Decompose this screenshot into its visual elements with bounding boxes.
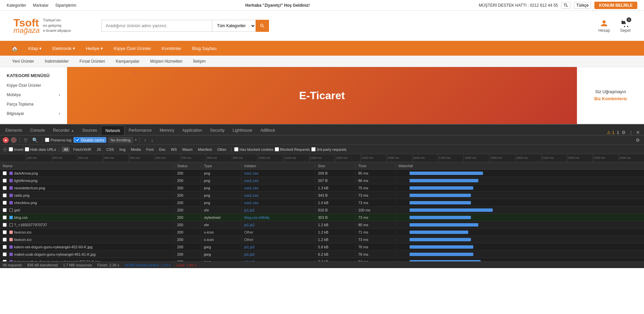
filter-ws[interactable]: WS: [169, 147, 179, 152]
third-party-input[interactable]: [311, 147, 316, 151]
subnav-kampanya[interactable]: Kampanyalar: [110, 56, 145, 67]
cell-initiator[interactable]: css1.css: [241, 201, 315, 205]
table-row[interactable]: favicon.ico 200 x-icon Other 1.2 kB 71 m…: [0, 229, 644, 236]
cat-mobilya[interactable]: Mobilya ›: [0, 90, 67, 100]
cat-bilgisayar[interactable]: Bilgisayar ›: [0, 109, 67, 118]
nav-home[interactable]: 🏠: [7, 41, 23, 56]
row-select-checkbox[interactable]: [3, 223, 7, 227]
disable-cache-input[interactable]: [75, 138, 80, 142]
clear-button[interactable]: 🚫: [11, 137, 17, 143]
col-waterfall[interactable]: Waterfall: [396, 164, 644, 168]
preserve-log-checkbox[interactable]: Preserve log: [45, 138, 71, 142]
preserve-log-input[interactable]: [45, 138, 49, 142]
cell-initiator[interactable]: css1.css: [241, 186, 315, 190]
filter-js[interactable]: JS: [95, 147, 103, 152]
filter-icon[interactable]: ▽: [22, 137, 29, 143]
filter-media[interactable]: Media: [129, 147, 143, 152]
cat-kisiyelozel[interactable]: Kişiye Özel Ürünler: [0, 81, 67, 90]
hide-data-urls-checkbox[interactable]: Hide data URLs: [25, 147, 56, 151]
settings-icon[interactable]: ⚙: [622, 130, 626, 135]
table-row[interactable]: darkArrow.png 200 png css1.css 209 B 85 …: [0, 170, 644, 177]
row-select-checkbox[interactable]: [3, 201, 7, 205]
account-icon-area[interactable]: Hesap: [598, 19, 610, 33]
row-select-checkbox[interactable]: [3, 171, 7, 175]
subnav-iletisim[interactable]: İletişim: [188, 56, 211, 67]
blocked-cookies-checkbox[interactable]: Has blocked cookies: [234, 147, 273, 151]
cell-initiator[interactable]: Other: [241, 230, 315, 234]
table-row[interactable]: newsletterIcon.png 200 png css1.css 1.3 …: [0, 184, 644, 192]
subnav-musteri[interactable]: Müşteri Hizmetleri: [145, 56, 188, 67]
import-icon[interactable]: ↑: [143, 137, 148, 143]
more-icon[interactable]: ⋮: [629, 130, 633, 135]
search-icon[interactable]: 🔍: [31, 137, 39, 143]
throttling-arrow[interactable]: ▾: [135, 138, 137, 142]
subnav-firsat[interactable]: Fırsat Ürünleri: [74, 56, 110, 67]
cell-initiator[interactable]: blog.css-Infinity: [241, 215, 315, 219]
network-table[interactable]: Name Status Type Initiator Size Time Wat…: [0, 162, 644, 261]
table-row[interactable]: blog.css 200 stylesheet blog.css-Infinit…: [0, 214, 644, 221]
col-type[interactable]: Type: [201, 164, 241, 168]
filter-other[interactable]: Other: [215, 147, 229, 152]
tab-recorder[interactable]: Recorder ▲: [49, 126, 78, 135]
subnav-yeni[interactable]: Yeni Ürünler: [7, 56, 40, 67]
tab-application[interactable]: Application: [178, 126, 206, 135]
tab-network[interactable]: Network: [101, 126, 124, 135]
tab-security[interactable]: Security: [206, 126, 228, 135]
throttling-selector[interactable]: No throttling: [108, 137, 133, 143]
tab-elements[interactable]: Elements: [1, 126, 26, 135]
filter-doc[interactable]: Doc: [157, 147, 168, 152]
siparislerim-link[interactable]: Siparişlerim: [55, 3, 76, 8]
row-select-checkbox[interactable]: [3, 245, 7, 249]
table-row[interactable]: get/ 200 xhr js1.js2 916 B 100 ms: [0, 206, 644, 214]
blocked-cookies-input[interactable]: [234, 147, 238, 151]
col-time[interactable]: Time: [356, 164, 396, 168]
row-select-checkbox[interactable]: [3, 186, 7, 190]
cell-initiator[interactable]: js1.js2: [241, 252, 315, 256]
table-row[interactable]: ?_=1650377970737 200 xhr js1.js2 1.2 kB …: [0, 221, 644, 229]
language-selector[interactable]: Türkçe: [574, 2, 591, 9]
tab-memory[interactable]: Memory: [156, 126, 178, 135]
row-select-checkbox[interactable]: [3, 215, 7, 219]
logo[interactable]: Tsoft mağaza Türkiye'nin en gelişmiş e-t…: [13, 17, 71, 34]
record-button[interactable]: ●: [3, 137, 9, 143]
nav-kitap[interactable]: Kitap ▾: [23, 41, 47, 56]
disable-cache-checkbox[interactable]: Disable cache: [73, 137, 106, 143]
tab-console[interactable]: Console: [26, 126, 49, 135]
filter-wasm[interactable]: Wasm: [180, 147, 195, 152]
blocked-requests-checkbox[interactable]: Blocked Requests: [275, 147, 310, 151]
cart-icon-area[interactable]: 0 Sepet: [620, 19, 631, 33]
filter-all[interactable]: All: [62, 147, 70, 152]
table-row[interactable]: checkbox.png 200 png css1.css 1.0 kB 73 …: [0, 199, 644, 206]
row-select-checkbox[interactable]: [3, 238, 7, 242]
table-row[interactable]: radio.png 200 png css1.css 343 B 73 ms: [0, 192, 644, 199]
cell-initiator[interactable]: css1.css: [241, 179, 315, 183]
table-row[interactable]: maket-ucak-dogum-gunu-nykeangel-461-61-K…: [0, 251, 644, 258]
category-select[interactable]: Tüm Kategoriler: [212, 20, 256, 32]
location-button[interactable]: KONUM BELİRLE: [594, 2, 637, 9]
row-select-checkbox[interactable]: [3, 230, 7, 234]
filter-manifest[interactable]: Manifest: [196, 147, 214, 152]
nav-hediye[interactable]: Hediye ▾: [80, 41, 108, 56]
tab-adblock[interactable]: AdBlock: [256, 126, 279, 135]
row-select-checkbox[interactable]: [3, 179, 7, 183]
cell-initiator[interactable]: css1.css: [241, 193, 315, 197]
row-select-checkbox[interactable]: [3, 208, 7, 212]
currency-selector[interactable]: TL: [561, 2, 571, 9]
nav-kombinler[interactable]: Kombinler: [156, 41, 187, 56]
nav-elektronik[interactable]: Elektronik ▾: [47, 41, 80, 56]
col-status[interactable]: Status: [174, 164, 201, 168]
col-initiator[interactable]: Initiator: [241, 164, 315, 168]
search-input[interactable]: [101, 20, 212, 32]
filter-img[interactable]: Img: [117, 147, 127, 152]
tab-performance[interactable]: Performance: [124, 126, 156, 135]
row-select-checkbox[interactable]: [3, 252, 7, 256]
cat-parca[interactable]: Parça Toplama: [0, 100, 67, 109]
close-icon[interactable]: ✕: [636, 130, 640, 135]
invert-checkbox[interactable]: Invert: [9, 147, 23, 151]
table-row[interactable]: bvlgari-parfum-dogum-gunu-nykeangel-462-…: [0, 258, 644, 261]
invert-input[interactable]: [9, 147, 13, 151]
kategoriler-link[interactable]: Kategoriler: [7, 3, 26, 8]
export-icon[interactable]: ↓: [150, 137, 155, 143]
tab-sources[interactable]: Sources: [78, 126, 101, 135]
tab-lighthouse[interactable]: Lighthouse: [229, 126, 257, 135]
